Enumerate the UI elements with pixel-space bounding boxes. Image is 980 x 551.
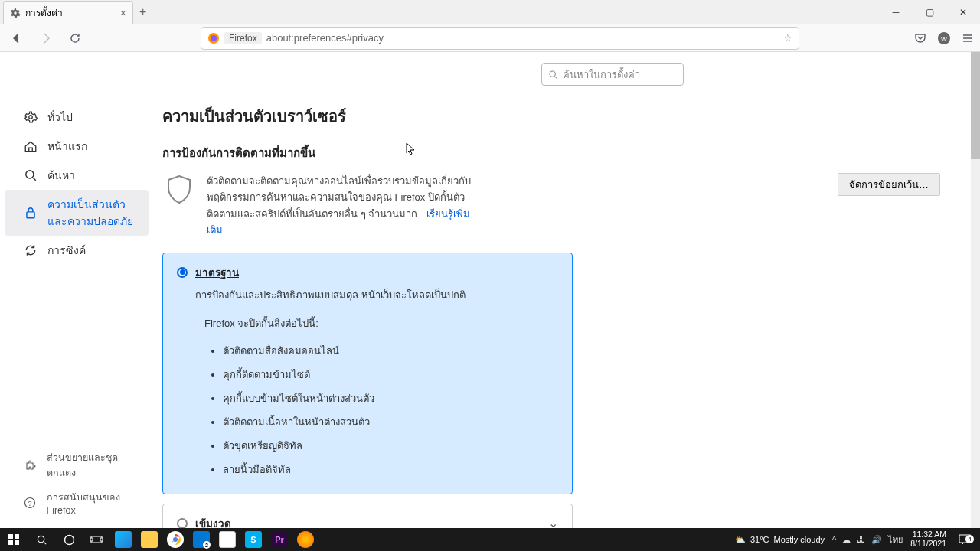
pocket-icon[interactable]	[914, 32, 926, 44]
svg-text:w: w	[940, 34, 947, 43]
taskbar-weather[interactable]: ⛅ 31°C Mostly cloudy	[735, 535, 825, 545]
gear-icon	[10, 8, 21, 18]
tab-close-icon[interactable]: ×	[120, 7, 126, 19]
lock-icon	[23, 205, 38, 220]
svg-rect-10	[15, 534, 19, 539]
intro-text: ตัวติดตามจะติดตามคุณทางออนไลน์เพื่อรวบรว…	[207, 173, 482, 239]
option-subheading: Firefox จะปิดกั้นสิ่งต่อไปนี้:	[204, 315, 558, 331]
network-icon[interactable]: 🖧	[857, 535, 865, 544]
url-bar[interactable]: Firefox about:preferences#privacy ☆	[201, 27, 799, 50]
scrollbar[interactable]	[971, 52, 980, 528]
taskbar-app-mail[interactable]: 2	[188, 528, 214, 551]
taskbar-app-firefox[interactable]	[292, 528, 318, 551]
content-area: ทั่วไป หน้าแรก ค้นหา ความเป็นส่วนตัวและค…	[0, 52, 971, 528]
menu-icon[interactable]	[962, 32, 974, 44]
sidebar-label: หน้าแรก	[47, 138, 87, 155]
svg-point-14	[64, 535, 74, 544]
task-view-icon[interactable]	[83, 528, 110, 551]
taskbar-app-premiere[interactable]: Pr	[266, 528, 292, 551]
chevron-down-icon[interactable]: ⌄	[548, 516, 558, 528]
sync-icon	[23, 243, 38, 258]
list-item: คุกกี้ติดตามข้ามไซต์	[223, 363, 558, 386]
minimize-button[interactable]: ─	[879, 0, 913, 24]
maximize-button[interactable]: ▢	[913, 0, 946, 24]
sidebar-item-search[interactable]: ค้นหา	[0, 161, 153, 190]
shield-icon	[162, 173, 196, 207]
new-tab-button[interactable]: +	[139, 5, 146, 19]
list-item: ตัวติดตามเนื้อหาในหน้าต่างส่วนตัว	[223, 410, 558, 434]
radio-standard[interactable]	[177, 267, 188, 278]
svg-rect-5	[27, 212, 34, 218]
sidebar-item-extensions[interactable]: ส่วนขยายและชุดตกแต่ง	[0, 445, 153, 485]
taskbar: 2 S Pr ⛅ 31°C Mostly cloudy ^ ☁ 🖧 🔊 ไทย …	[0, 528, 980, 551]
bookmark-star-icon[interactable]: ☆	[783, 32, 792, 44]
page-heading: ความเป็นส่วนตัวเบราว์เซอร์	[162, 104, 940, 129]
manage-exceptions-button[interactable]: จัดการข้อยกเว้น…	[838, 173, 940, 196]
back-button[interactable]	[6, 28, 28, 49]
svg-rect-9	[8, 534, 13, 539]
option-title: มาตรฐาน	[195, 264, 239, 281]
option-description: การป้องกันและประสิทธิภาพแบบสมดุล หน้าเว็…	[195, 287, 558, 303]
list-item: คุกกี้แบบข้ามไซต์ในหน้าต่างส่วนตัว	[223, 386, 558, 410]
window-controls: ─ ▢ ✕	[879, 0, 980, 24]
search-placeholder: ค้นหาในการตั้งค่า	[563, 67, 640, 83]
reload-button[interactable]	[64, 28, 86, 49]
svg-rect-16	[90, 538, 93, 541]
language-indicator[interactable]: ไทย	[888, 533, 903, 546]
sidebar-item-support[interactable]: ? การสนับสนุนของ Firefox	[0, 485, 153, 520]
list-item: ตัวติดตามสื่อสังคมออนไลน์	[223, 339, 558, 363]
option-title: เข้มงวด	[195, 515, 231, 528]
sidebar-label: ทั่วไป	[47, 109, 73, 126]
volume-icon[interactable]: 🔊	[871, 535, 882, 545]
sidebar-item-home[interactable]: หน้าแรก	[0, 132, 153, 161]
sidebar-item-privacy[interactable]: ความเป็นส่วนตัวและความปลอดภัย	[5, 190, 149, 236]
search-icon	[23, 168, 38, 183]
system-tray[interactable]: ^ ☁ 🖧 🔊 ไทย	[832, 533, 903, 546]
browser-tab[interactable]: การตั้งค่า ×	[3, 1, 133, 24]
settings-sidebar: ทั่วไป หน้าแรก ค้นหา ความเป็นส่วนตัวและค…	[0, 52, 153, 528]
sidebar-label: ส่วนขยายและชุดตกแต่ง	[47, 450, 144, 481]
protection-option-strict[interactable]: เข้มงวด ⌄ การป้องกันที่แกร่งขึ้น แต่อาจท…	[162, 504, 573, 528]
svg-rect-17	[100, 538, 103, 541]
puzzle-icon	[23, 458, 38, 473]
cortana-icon[interactable]	[55, 528, 83, 551]
section-heading: การป้องกันการติดตามที่มากขึ้น	[162, 144, 940, 162]
weather-temp: 31°C	[750, 535, 769, 544]
protection-option-standard[interactable]: มาตรฐาน การป้องกันและประสิทธิภาพแบบสมดุล…	[162, 253, 573, 494]
taskbar-app-chrome[interactable]	[162, 528, 188, 551]
sidebar-label: การซิงค์	[47, 242, 86, 259]
taskbar-search-icon[interactable]	[28, 528, 55, 551]
taskbar-app-edge[interactable]	[110, 528, 136, 551]
taskbar-app-skype[interactable]: S	[240, 528, 266, 551]
sidebar-item-sync[interactable]: การซิงค์	[0, 236, 153, 265]
radio-strict[interactable]	[177, 518, 188, 528]
settings-main: ค้นหาในการตั้งค่า ความเป็นส่วนตัวเบราว์เ…	[153, 52, 971, 528]
taskbar-app-calendar[interactable]	[214, 528, 240, 551]
sidebar-label: การสนับสนุนของ Firefox	[47, 490, 144, 516]
toolbar: Firefox about:preferences#privacy ☆ w	[0, 24, 980, 52]
onedrive-icon[interactable]: ☁	[842, 535, 851, 545]
forward-button[interactable]	[35, 28, 57, 49]
sidebar-item-general[interactable]: ทั่วไป	[0, 103, 153, 132]
titlebar: การตั้งค่า × + ─ ▢ ✕	[0, 0, 980, 24]
svg-text:?: ?	[28, 500, 32, 507]
notifications-icon[interactable]: 4	[954, 534, 975, 545]
firefox-icon	[207, 32, 220, 44]
taskbar-clock[interactable]: 11:32 AM 8/11/2021	[910, 530, 946, 548]
settings-search-input[interactable]: ค้นหาในการตั้งค่า	[541, 63, 684, 86]
svg-rect-12	[15, 540, 19, 545]
sidebar-label: ค้นหา	[47, 167, 75, 184]
svg-point-8	[550, 71, 555, 77]
svg-point-4	[26, 171, 34, 178]
scrollbar-thumb[interactable]	[971, 52, 980, 159]
list-item: ลายนิ้วมือดิจิทัล	[223, 458, 558, 481]
svg-point-19	[173, 537, 178, 542]
close-button[interactable]: ✕	[946, 0, 980, 24]
chevron-up-icon[interactable]: ^	[832, 535, 836, 544]
help-icon: ?	[23, 495, 38, 510]
weather-icon: ⛅	[735, 535, 746, 545]
svg-point-13	[38, 536, 44, 542]
start-button[interactable]	[0, 528, 28, 551]
account-icon[interactable]: w	[937, 31, 951, 45]
taskbar-app-explorer[interactable]	[136, 528, 162, 551]
